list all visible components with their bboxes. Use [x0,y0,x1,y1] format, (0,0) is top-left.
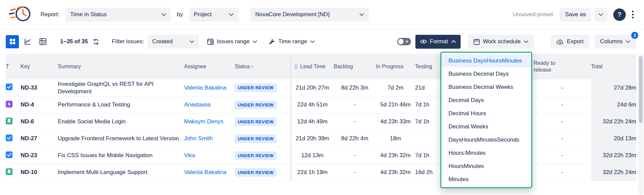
assignee-link[interactable]: Valeriia Bakalina [184,169,226,175]
refresh-icon [93,38,100,45]
assignee-link[interactable]: Valeriia Bakalina [184,84,226,91]
help-button[interactable]: ? [613,8,626,21]
assignee-link[interactable]: Vika [184,152,195,159]
column-header-lead-time[interactable]: Lead Time [291,54,334,79]
time-range-button[interactable]: Time range [266,35,317,49]
chevron-down-icon [598,13,603,16]
status-badge: UNDER REVIEW [235,118,277,126]
chevron-down-icon [253,40,257,43]
issue-summary: Upgrade Frontend Framework to Latest Ver… [58,130,184,147]
report-type-value: Time in Status [70,11,107,18]
scrollbar-thumb[interactable] [639,56,643,123]
table-row[interactable]: ND-27 Upgrade Frontend Framework to Late… [6,130,636,147]
column-header-backlog[interactable]: Backlog [334,54,376,79]
assignee-link[interactable]: John Smith [184,135,213,142]
total-value: 32d 22h 23m [591,147,636,164]
grid-view-button[interactable] [6,35,19,48]
in-progress-value: 4d 23h 33m [376,113,415,130]
cloud-download-icon [556,39,564,45]
column-header-ready-to-release[interactable]: Ready to release [534,54,591,79]
toolbar-right: ✕ Format Work schedule [397,35,636,49]
column-header-total[interactable]: Total [591,54,636,79]
table-row[interactable]: ND-6 Enable Social Media Login Maksym De… [6,113,636,130]
format-menu-item[interactable]: Decimal Weeks [441,120,531,133]
format-menu-item[interactable]: Business Decimal Weeks [441,80,531,94]
column-header-status[interactable]: Status↑ [235,54,291,79]
ready-to-release-value: - [534,113,591,130]
issue-summary: Enable Social Media Login [58,113,184,130]
ready-to-release-value: - [534,96,591,113]
ready-to-release-value: - [534,147,591,164]
save-as-button[interactable]: Save as [560,8,591,22]
grid-icon [9,39,16,45]
chevron-down-icon [310,40,315,43]
story-icon [6,118,12,124]
lead-time-value: 22d 1h 19m [291,164,334,181]
format-menu-item[interactable]: Decimal Days [441,94,531,107]
header-actions: Unsaved preset Save as ? [513,8,635,22]
issues-range-button[interactable]: Issues range [204,35,260,49]
ready-to-release-value: - [534,79,591,96]
report-label: Report: [41,11,59,18]
format-menu-item[interactable]: DaysHoursMinutesSeconds [441,133,531,146]
status-badge: UNDER REVIEW [235,83,277,92]
lead-time-value: 21d 20h 39m [291,130,334,147]
project-select[interactable]: NovaCore Development [ND] [251,8,369,22]
toggle-switch[interactable]: ✕ [397,38,411,45]
issues-table: T Key Summary Assignee Status↑ Lead Time… [6,54,636,181]
filter-field-select[interactable]: Created [148,35,199,49]
assignee-link[interactable]: Anastasiia [184,101,210,108]
save-as-menu-button[interactable] [594,8,607,22]
issue-key: ND-27 [21,130,58,147]
wrench-icon [269,39,275,45]
format-menu-item[interactable]: Business Decimal Days [441,67,531,80]
task-icon [6,83,12,90]
table-row[interactable]: ND-33 Investigate GraphQL vs REST for AP… [6,79,636,96]
more-options-button[interactable] [630,9,635,20]
table-row[interactable]: ND-4 Performance & Load Testing Anastasi… [6,96,636,113]
column-header-summary[interactable]: Summary [58,54,184,79]
backlog-value: - [334,113,376,130]
refresh-button[interactable] [92,38,100,46]
columns-count-badge: 3 [631,32,638,39]
total-value: 32d 22h 24m [591,113,636,130]
task-icon [6,151,12,158]
in-progress-value: 7d 2m [376,79,415,96]
report-type-select[interactable]: Time in Status [66,8,171,22]
lead-time-value: 12d 13m [291,147,334,164]
chevron-down-icon [359,13,364,16]
column-header-assignee[interactable]: Assignee [184,54,235,79]
line-chart-icon [24,38,31,45]
export-button[interactable]: Export [551,35,589,49]
issue-key: ND-6 [21,113,58,130]
format-button[interactable]: Format [415,35,461,49]
lead-time-value: 12d 4h 49m [291,113,334,130]
work-schedule-button[interactable]: Work schedule [468,35,534,49]
format-menu-item[interactable]: Minutes [441,173,531,186]
status-badge: UNDER REVIEW [235,101,277,109]
sort-asc-icon: ↑ [251,64,254,69]
backlog-value: 8d 22h 3m [334,79,376,96]
column-header-key[interactable]: Key [21,54,58,79]
assignee-link[interactable]: Maksym Denys [184,118,223,125]
in-progress-value: 5d 21h 46m [376,96,415,113]
chart-view-button[interactable] [21,35,34,48]
top-header: Report: Time in Status by Project NovaCo… [0,0,644,29]
table-row[interactable]: ND-10 Implement Multi-Language Support V… [6,164,636,181]
format-menu-item[interactable]: HoursMinutes [441,160,531,173]
pivot-view-button[interactable] [36,35,49,48]
in-progress-value: 18m [376,130,415,147]
backlog-value: - [334,147,376,164]
group-by-select[interactable]: Project [189,8,238,22]
column-header-in-progress[interactable]: In Progress [376,54,415,79]
format-menu-item[interactable]: Business DaysHoursMinutes [441,54,531,67]
table-header-row: T Key Summary Assignee Status↑ Lead Time… [6,54,636,79]
vertical-scrollbar[interactable] [638,54,644,195]
format-menu-item[interactable]: Hours:Minutes [441,146,531,160]
issue-key: ND-23 [21,147,58,164]
table-row[interactable]: ND-23 Fix CSS Issues for Mobile Navigati… [6,147,636,164]
toggle-off-x-icon: ✕ [406,39,409,44]
column-header-type[interactable]: T [6,54,21,79]
columns-button[interactable]: Columns 3 [595,35,636,49]
format-menu-item[interactable]: Decimal Hours [441,107,531,120]
